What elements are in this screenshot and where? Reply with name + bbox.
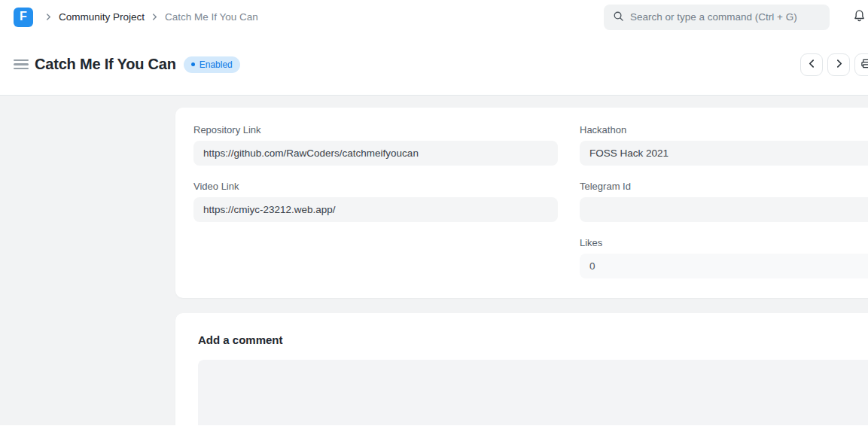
page-header-actions bbox=[800, 53, 868, 76]
status-dot-icon bbox=[191, 62, 195, 66]
main-content: Repository Link Video Link Hackathon Tel… bbox=[0, 96, 868, 425]
navbar-right: Search or type a command (Ctrl + G) bbox=[604, 5, 868, 30]
field-video-link: Video Link bbox=[193, 181, 558, 222]
add-comment-heading: Add a comment bbox=[198, 333, 868, 346]
telegram-id-input[interactable] bbox=[580, 197, 868, 222]
prev-record-button[interactable] bbox=[800, 53, 823, 76]
breadcrumb-item-community-project[interactable]: Community Project bbox=[59, 11, 145, 23]
field-telegram-id: Telegram Id bbox=[580, 181, 868, 222]
field-likes: Likes bbox=[580, 237, 868, 278]
hamburger-icon bbox=[14, 59, 29, 70]
notifications-button[interactable] bbox=[851, 9, 866, 26]
top-navbar: F Community Project Catch Me If You Can … bbox=[0, 0, 868, 34]
hackathon-input[interactable] bbox=[580, 141, 868, 166]
app-window: F Community Project Catch Me If You Can … bbox=[0, 0, 868, 425]
breadcrumb: Community Project Catch Me If You Can bbox=[45, 11, 258, 23]
app-logo-letter: F bbox=[20, 11, 27, 23]
video-link-input[interactable] bbox=[193, 197, 558, 222]
form-column-left: Repository Link Video Link bbox=[193, 124, 558, 278]
telegram-id-label: Telegram Id bbox=[580, 181, 868, 192]
chevron-right-icon bbox=[151, 14, 158, 20]
chevron-right-icon bbox=[45, 14, 52, 20]
page-header: Catch Me If You Can Enabled bbox=[0, 34, 868, 96]
status-badge-label: Enabled bbox=[199, 59, 233, 70]
status-badge: Enabled bbox=[184, 56, 240, 73]
details-form-card: Repository Link Video Link Hackathon Tel… bbox=[175, 108, 868, 298]
printer-icon bbox=[860, 58, 868, 72]
global-search-input[interactable]: Search or type a command (Ctrl + G) bbox=[604, 5, 830, 30]
form-column-right: Hackathon Telegram Id Likes bbox=[580, 124, 868, 278]
field-hackathon: Hackathon bbox=[580, 124, 868, 166]
repository-link-input[interactable] bbox=[193, 141, 558, 166]
chevron-left-icon bbox=[808, 59, 816, 70]
repository-link-label: Repository Link bbox=[193, 124, 558, 135]
chevron-right-icon bbox=[835, 59, 843, 70]
next-record-button[interactable] bbox=[827, 53, 850, 76]
page-header-left: Catch Me If You Can Enabled bbox=[14, 56, 240, 73]
search-placeholder: Search or type a command (Ctrl + G) bbox=[630, 11, 797, 23]
print-button[interactable] bbox=[854, 53, 868, 76]
comment-input[interactable] bbox=[198, 360, 868, 425]
navbar-left: F Community Project Catch Me If You Can bbox=[14, 8, 258, 27]
sidebar-toggle-button[interactable] bbox=[14, 57, 29, 72]
breadcrumb-item-current[interactable]: Catch Me If You Can bbox=[165, 11, 258, 23]
field-repository-link: Repository Link bbox=[193, 124, 558, 166]
page-title: Catch Me If You Can bbox=[35, 56, 176, 73]
likes-value bbox=[580, 254, 868, 278]
hackathon-label: Hackathon bbox=[580, 124, 868, 135]
video-link-label: Video Link bbox=[193, 181, 558, 192]
bell-icon bbox=[853, 9, 866, 25]
search-icon bbox=[613, 11, 624, 24]
likes-label: Likes bbox=[580, 237, 868, 248]
comment-card: Add a comment bbox=[175, 313, 868, 425]
app-logo[interactable]: F bbox=[14, 8, 33, 27]
